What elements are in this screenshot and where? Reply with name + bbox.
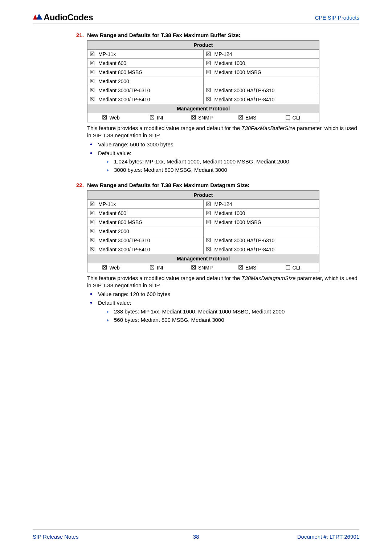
mgmt-label: EMS — [245, 115, 256, 121]
footer-page-number: 38 — [193, 534, 199, 540]
product-header: Product — [87, 190, 319, 199]
product-label: Mediant 1000 — [215, 210, 245, 216]
checkbox-icon: ☒ — [90, 238, 95, 243]
sub-bullet-list: 238 bytes: MP-1xx, Mediant 1000, Mediant… — [98, 308, 359, 324]
mgmt-label: SNMP — [198, 115, 213, 121]
mgmt-label: Web — [109, 115, 120, 121]
mgmt-row: ☒Web☒INI☒SNMP☒EMS☐CLI — [87, 113, 319, 122]
mgmt-cell: ☐CLI — [271, 265, 317, 271]
mgmt-header: Management Protocol — [87, 104, 319, 113]
product-cell: ☒MP-124 — [203, 50, 319, 59]
checkbox-icon: ☒ — [206, 97, 211, 102]
product-cell: ☒Mediant 2000 — [87, 227, 204, 236]
checkbox-icon: ☒ — [90, 228, 95, 234]
mgmt-label: INI — [157, 265, 163, 271]
mgmt-label: CLI — [293, 265, 301, 271]
page-header: AudioCodes CPE SIP Products — [33, 12, 359, 24]
list-item: 560 bytes: Mediant 800 MSBG, Mediant 300… — [98, 316, 359, 324]
product-label: Mediant 600 — [98, 60, 126, 66]
list-item: 3000 bytes: Mediant 800 MSBG, Mediant 30… — [98, 166, 359, 174]
product-cell: ☒Mediant 1000 MSBG — [203, 218, 319, 227]
mgmt-cell: ☒SNMP — [180, 265, 226, 271]
checkbox-icon: ☒ — [90, 88, 95, 93]
product-label: MP-124 — [215, 201, 232, 207]
product-cell: ☒Mediant 3000 HA/TP-8410 — [203, 245, 319, 254]
list-item: Value range: 120 to 600 bytes — [87, 291, 359, 298]
item-number: 21. — [76, 32, 87, 38]
product-cell: ☒Mediant 3000/TP-6310 — [87, 86, 204, 95]
checkbox-icon: ☒ — [206, 210, 211, 216]
product-label: Mediant 800 MSBG — [98, 69, 143, 75]
checkbox-icon: ☐ — [285, 115, 290, 121]
product-label: Mediant 1000 — [215, 60, 245, 66]
checkbox-icon: ☒ — [90, 78, 95, 84]
product-label: MP-124 — [215, 51, 232, 57]
checkbox-icon: ☒ — [206, 88, 211, 93]
product-label: Mediant 800 MSBG — [98, 219, 143, 225]
mgmt-label: CLI — [293, 115, 301, 121]
product-cell-empty — [203, 227, 319, 236]
checkbox-icon: ☒ — [206, 69, 211, 75]
checkbox-icon: ☒ — [90, 210, 95, 216]
product-label: Mediant 3000/TP-6310 — [98, 88, 150, 93]
product-label: Mediant 2000 — [98, 228, 129, 234]
product-cell-empty — [203, 77, 319, 86]
mgmt-cell: ☒Web — [90, 265, 135, 271]
product-cell: ☒Mediant 600 — [87, 208, 204, 218]
checkbox-icon: ☒ — [150, 115, 155, 121]
logo: AudioCodes — [33, 12, 93, 23]
product-label: Mediant 3000/TP-8410 — [98, 97, 150, 102]
product-cell: ☒MP-11x — [87, 50, 204, 59]
item-title: New Range and Defaults for T.38 Fax Maxi… — [87, 182, 250, 188]
checkbox-icon: ☒ — [90, 219, 95, 225]
product-label: Mediant 3000 HA/TP-6310 — [215, 238, 275, 243]
checkbox-icon: ☒ — [90, 201, 95, 207]
product-cell: ☒MP-11x — [87, 199, 204, 208]
feature-item: 21.New Range and Defaults for T.38 Fax M… — [33, 32, 359, 174]
checkbox-icon: ☒ — [102, 115, 107, 121]
product-cell: ☒Mediant 3000/TP-6310 — [87, 236, 204, 245]
page-footer: SIP Release Notes 38 Document #: LTRT-26… — [33, 530, 359, 540]
item-title: New Range and Defaults for T.38 Fax Maxi… — [87, 32, 241, 38]
product-cell: ☒Mediant 3000 HA/TP-6310 — [203, 236, 319, 245]
product-cell: ☒Mediant 3000/TP-8410 — [87, 95, 204, 104]
product-label: Mediant 3000 HA/TP-8410 — [215, 97, 275, 102]
product-cell: ☒Mediant 3000 HA/TP-8410 — [203, 95, 319, 104]
product-cell: ☒Mediant 1000 — [203, 59, 319, 68]
mgmt-label: SNMP — [198, 265, 213, 271]
mgmt-row: ☒Web☒INI☒SNMP☒EMS☐CLI — [87, 263, 319, 272]
checkbox-icon: ☒ — [206, 238, 211, 243]
checkbox-icon: ☒ — [191, 265, 196, 271]
product-cell: ☒Mediant 1000 MSBG — [203, 68, 319, 77]
product-table: Product☒MP-11x☒MP-124☒Mediant 600☒Median… — [87, 190, 319, 272]
item-description: This feature provides a modified value r… — [76, 125, 359, 174]
list-item: Default value:1,024 bytes: MP-1xx, Media… — [87, 150, 359, 174]
checkbox-icon: ☒ — [191, 115, 196, 121]
product-cell: ☒Mediant 3000/TP-8410 — [87, 245, 204, 254]
product-table: Product☒MP-11x☒MP-124☒Mediant 600☒Median… — [87, 40, 319, 122]
product-cell: ☒Mediant 800 MSBG — [87, 68, 204, 77]
product-cell: ☒Mediant 600 — [87, 59, 204, 68]
checkbox-icon: ☒ — [90, 60, 95, 66]
product-cell: ☒MP-124 — [203, 199, 319, 208]
product-label: Mediant 3000 HA/TP-6310 — [215, 88, 275, 93]
product-cell: ☒Mediant 3000 HA/TP-6310 — [203, 86, 319, 95]
product-cell: ☒Mediant 2000 — [87, 77, 204, 86]
mgmt-cell: ☒Web — [90, 115, 135, 121]
checkbox-icon: ☒ — [102, 265, 107, 271]
footer-right: Document #: LTRT-26901 — [297, 534, 359, 540]
mgmt-header: Management Protocol — [87, 254, 319, 263]
checkbox-icon: ☒ — [90, 69, 95, 75]
checkbox-icon: ☒ — [206, 219, 211, 225]
product-label: Mediant 3000/TP-6310 — [98, 238, 150, 243]
logo-text: AudioCodes — [44, 12, 93, 23]
product-cell: ☒Mediant 1000 — [203, 208, 319, 218]
header-link[interactable]: CPE SIP Products — [315, 15, 359, 21]
mgmt-label: INI — [157, 115, 163, 121]
product-label: MP-11x — [98, 201, 116, 207]
checkbox-icon: ☒ — [90, 51, 95, 57]
product-label: Mediant 3000/TP-8410 — [98, 247, 150, 252]
checkbox-icon: ☒ — [238, 265, 243, 271]
checkbox-icon: ☒ — [90, 247, 95, 252]
checkbox-icon: ☒ — [206, 201, 211, 207]
